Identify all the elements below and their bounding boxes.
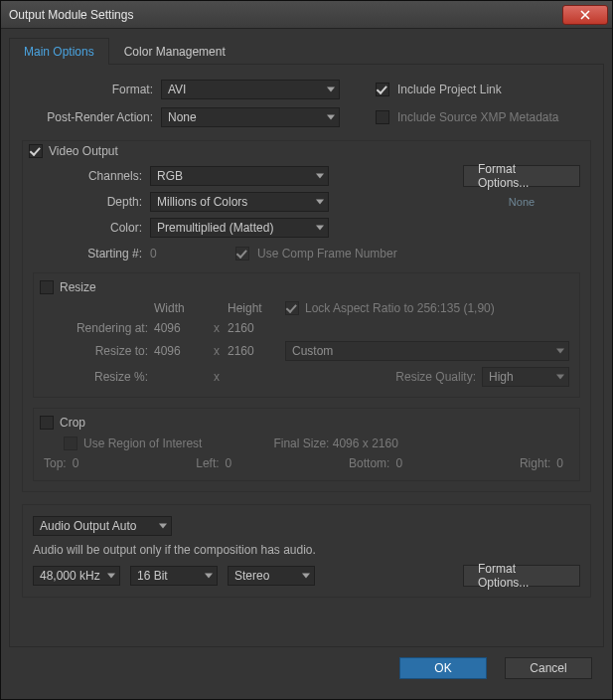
tabs: Main Options Color Management — [9, 37, 604, 65]
starting-number-value[interactable]: 0 — [150, 247, 190, 261]
caret-down-icon — [159, 524, 167, 529]
close-button[interactable] — [562, 5, 608, 25]
video-color-value: Premultiplied (Matted) — [157, 221, 273, 235]
cancel-button[interactable]: Cancel — [505, 657, 592, 679]
resize-quality-select[interactable]: High — [482, 367, 569, 387]
starting-number-label: Starting #: — [33, 247, 142, 261]
video-output-label: Video Output — [49, 144, 118, 158]
channels-select[interactable]: RGB — [150, 166, 329, 186]
caret-down-icon — [327, 115, 335, 120]
resize-quality-label: Resize Quality: — [395, 370, 476, 384]
crop-right-label: Right: — [520, 456, 550, 470]
format-label: Format: — [22, 83, 153, 96]
final-size: Final Size: 4096 x 2160 — [273, 437, 397, 450]
use-comp-frame-number-checkbox[interactable] — [235, 247, 249, 261]
audio-note: Audio will be output only if the composi… — [33, 543, 316, 557]
resize-to-height[interactable]: 2160 — [228, 344, 279, 358]
caret-down-icon — [205, 574, 213, 579]
depth-select[interactable]: Millions of Colors — [150, 192, 329, 212]
codec-hint: None — [463, 196, 580, 208]
audio-group: Audio Output Auto Audio will be output o… — [22, 504, 591, 598]
use-comp-frame-number-label: Use Comp Frame Number — [257, 247, 397, 261]
audio-output-mode-value: Audio Output Auto — [40, 519, 136, 533]
crop-top-value[interactable]: 0 — [73, 456, 79, 470]
resize-label: Resize — [60, 280, 96, 294]
ok-button[interactable]: OK — [399, 657, 487, 679]
audio-channels-value: Stereo — [234, 569, 269, 583]
include-project-link-label: Include Project Link — [397, 83, 502, 96]
crop-right-value[interactable]: 0 — [556, 456, 563, 470]
use-roi-label: Use Region of Interest — [83, 437, 202, 450]
top-section: Format: AVI Include Project Link Post-Re… — [22, 79, 591, 128]
resize-quality-value: High — [489, 370, 514, 384]
lock-aspect-checkbox[interactable] — [285, 301, 299, 315]
window: Output Module Settings Main Options Colo… — [0, 0, 613, 700]
include-project-link-checkbox[interactable] — [376, 83, 389, 96]
resize-width-header: Width — [154, 301, 206, 315]
caret-down-icon — [556, 349, 564, 354]
channels-label: Channels: — [33, 169, 142, 183]
format-select[interactable]: AVI — [161, 80, 340, 99]
crop-label: Crop — [60, 416, 85, 430]
titlebar: Output Module Settings — [1, 1, 612, 29]
footer: OK Cancel — [9, 647, 604, 691]
resize-to-label: Resize to: — [44, 344, 148, 358]
caret-down-icon — [107, 574, 115, 579]
resize-group: Resize Width Height Lock Aspect Ratio to… — [33, 272, 580, 398]
video-output-group: Video Output Channels: RGB Format Option… — [22, 140, 591, 492]
rendering-at-label: Rendering at: — [44, 321, 148, 335]
video-format-options-button[interactable]: Format Options... — [463, 165, 580, 187]
audio-bits-select[interactable]: 16 Bit — [130, 566, 218, 586]
caret-down-icon — [316, 174, 324, 179]
video-output-checkbox[interactable] — [29, 144, 43, 158]
main-panel: Format: AVI Include Project Link Post-Re… — [9, 65, 604, 647]
window-title: Output Module Settings — [9, 8, 562, 22]
crop-left-label: Left: — [196, 456, 219, 470]
crop-top-label: Top: — [44, 456, 67, 470]
crop-group: Crop Use Region of Interest Final Size: … — [33, 408, 580, 481]
caret-down-icon — [316, 200, 324, 205]
caret-down-icon — [316, 226, 324, 231]
post-render-action-label: Post-Render Action: — [22, 110, 153, 124]
tab-color-management[interactable]: Color Management — [109, 38, 240, 65]
rendering-height: 2160 — [228, 321, 279, 335]
caret-down-icon — [302, 574, 310, 579]
include-xmp-label: Include Source XMP Metadata — [397, 110, 559, 124]
resize-preset-select[interactable]: Custom — [285, 341, 569, 361]
resize-checkbox[interactable] — [40, 280, 54, 294]
audio-channels-select[interactable]: Stereo — [228, 566, 315, 586]
depth-value: Millions of Colors — [157, 195, 247, 209]
caret-down-icon — [556, 375, 564, 380]
rendering-width: 4096 — [154, 321, 206, 335]
depth-label: Depth: — [33, 195, 142, 209]
lock-aspect-label: Lock Aspect Ratio to 256:135 (1,90) — [305, 301, 495, 315]
crop-left-value[interactable]: 0 — [226, 456, 232, 470]
close-icon — [580, 10, 590, 20]
resize-to-width[interactable]: 4096 — [154, 344, 206, 358]
video-color-label: Color: — [33, 221, 142, 235]
crop-bottom-value[interactable]: 0 — [395, 456, 402, 470]
audio-bits-value: 16 Bit — [137, 569, 168, 583]
post-render-action-value: None — [168, 110, 197, 124]
format-value: AVI — [168, 83, 186, 96]
video-color-select[interactable]: Premultiplied (Matted) — [150, 218, 329, 238]
use-roi-checkbox[interactable] — [64, 437, 77, 450]
post-render-action-select[interactable]: None — [161, 107, 340, 127]
resize-pct-label: Resize %: — [44, 370, 148, 384]
resize-height-header: Height — [228, 301, 279, 315]
audio-output-mode-select[interactable]: Audio Output Auto — [33, 516, 172, 536]
audio-rate-select[interactable]: 48,000 kHz — [33, 566, 120, 586]
content: Main Options Color Management Format: AV… — [1, 29, 612, 699]
include-xmp-checkbox[interactable] — [376, 110, 389, 124]
tab-main-options[interactable]: Main Options — [9, 38, 109, 65]
caret-down-icon — [327, 88, 335, 92]
crop-checkbox[interactable] — [40, 416, 54, 430]
audio-rate-value: 48,000 kHz — [40, 569, 100, 583]
channels-value: RGB — [157, 169, 183, 183]
resize-preset-value: Custom — [292, 344, 333, 358]
crop-bottom-label: Bottom: — [349, 456, 389, 470]
audio-format-options-button[interactable]: Format Options... — [463, 565, 580, 587]
